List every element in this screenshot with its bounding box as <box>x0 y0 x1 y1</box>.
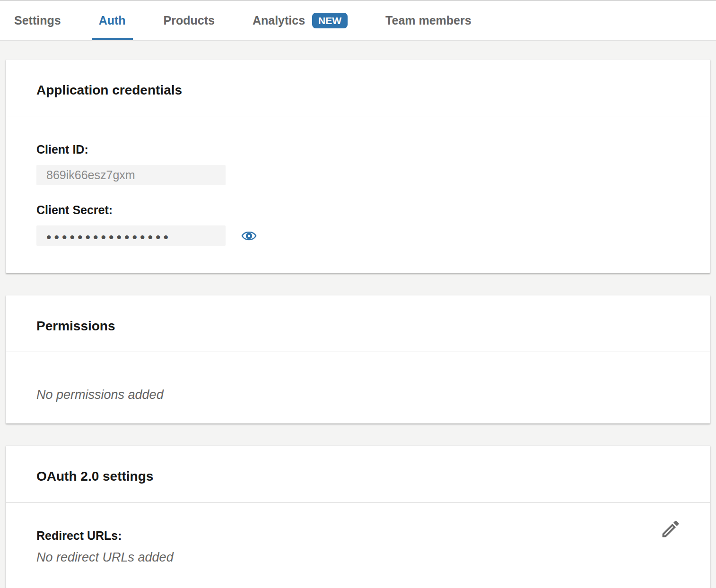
tab-analytics[interactable]: Analytics NEW <box>245 1 355 40</box>
tab-auth-label: Auth <box>99 14 126 27</box>
permissions-title: Permissions <box>36 319 680 333</box>
client-id-label: Client ID: <box>36 143 680 156</box>
application-credentials-body: Client ID: 869ik66esz7gxm Client Secret:… <box>6 116 710 273</box>
oauth-settings-body: Redirect URLs: No redirect URLs added <box>6 502 710 588</box>
tab-auth[interactable]: Auth <box>92 1 133 40</box>
tab-settings-label: Settings <box>14 14 61 27</box>
edit-redirect-urls-button[interactable] <box>660 518 681 540</box>
oauth-settings-card: OAuth 2.0 settings Redirect URLs: No red… <box>6 445 710 588</box>
new-badge: NEW <box>312 13 348 28</box>
tab-bar: Settings Auth Products Analytics NEW Tea… <box>0 0 716 41</box>
eye-icon <box>241 228 257 243</box>
oauth-settings-header: OAuth 2.0 settings <box>6 446 710 502</box>
reveal-secret-button[interactable] <box>241 228 257 243</box>
tab-products-label: Products <box>164 14 215 27</box>
tab-team-members[interactable]: Team members <box>378 1 479 40</box>
oauth-settings-title: OAuth 2.0 settings <box>36 469 680 484</box>
permissions-empty-text: No permissions added <box>36 387 680 402</box>
tab-settings[interactable]: Settings <box>7 1 68 40</box>
application-credentials-header: Application credentials <box>6 60 710 116</box>
client-secret-row: •••••••••••••••• <box>36 225 680 246</box>
permissions-header: Permissions <box>6 295 710 352</box>
pencil-icon <box>660 518 681 540</box>
application-credentials-card: Application credentials Client ID: 869ik… <box>6 59 710 273</box>
redirect-urls-empty-text: No redirect URLs added <box>36 550 680 565</box>
redirect-urls-label: Redirect URLs: <box>36 529 680 543</box>
client-secret-value[interactable]: •••••••••••••••• <box>36 225 226 246</box>
tab-team-members-label: Team members <box>385 14 472 27</box>
permissions-card: Permissions No permissions added <box>6 295 710 424</box>
tab-products[interactable]: Products <box>157 1 222 40</box>
application-credentials-title: Application credentials <box>36 83 680 97</box>
tab-analytics-label: Analytics <box>253 14 305 27</box>
page-content: Application credentials Client ID: 869ik… <box>0 41 716 588</box>
client-secret-label: Client Secret: <box>36 203 680 217</box>
permissions-body: No permissions added <box>6 352 710 423</box>
client-id-value[interactable]: 869ik66esz7gxm <box>36 165 226 185</box>
